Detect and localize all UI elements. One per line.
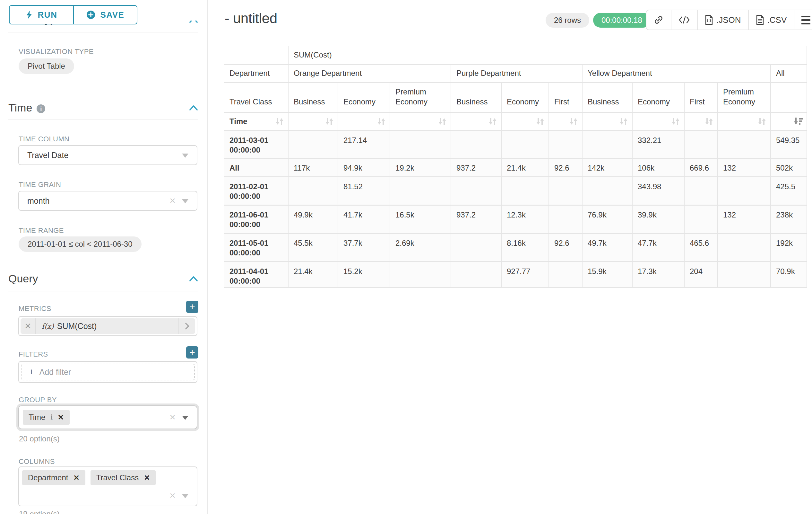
caret-down-icon[interactable] [182, 494, 188, 498]
sort-header-cell[interactable] [338, 112, 390, 130]
sort-icon[interactable] [437, 116, 447, 127]
row-label-cell: 2011-02-01 00:00:00 [224, 177, 288, 205]
sort-icon[interactable] [569, 116, 579, 127]
table-row: 2011-06-01 00:00:00 49.9k 41.7k 16.5k 93… [224, 205, 807, 233]
value-cell: 92.6 [549, 158, 582, 177]
time-range-pill[interactable]: 2011-01-01 ≤ col < 2011-06-30 [19, 237, 142, 252]
value-cell: 37.7k [338, 233, 390, 262]
caret-down-icon[interactable] [182, 416, 188, 420]
add-metric-button[interactable]: + [186, 301, 198, 313]
sort-header-cell[interactable] [632, 112, 684, 130]
metric-pill[interactable]: ✕ f(x) SUM(Cost) [21, 318, 195, 334]
value-cell: 937.2 [451, 205, 501, 233]
value-cell [549, 262, 582, 287]
columns-select[interactable]: Department ✕ Travel Class ✕ × [18, 466, 197, 506]
sort-header-cell[interactable] [288, 112, 338, 130]
value-cell: 92.6 [549, 233, 582, 262]
value-cell [288, 130, 338, 158]
clear-x-icon[interactable]: × [170, 412, 176, 422]
export-toolbar: .JSON .CSV [646, 10, 812, 30]
row-label-cell: All [224, 158, 288, 177]
export-csv-button[interactable]: .CSV [748, 10, 794, 30]
value-cell [451, 177, 501, 205]
caret-down-icon[interactable] [182, 199, 188, 204]
divider [8, 32, 198, 32]
save-button[interactable]: SAVE [73, 6, 137, 24]
value-cell [451, 130, 501, 158]
add-filter-button[interactable]: + Add filter [21, 364, 195, 380]
sort-header-cell-active[interactable] [771, 112, 807, 130]
add-filter-plus-button[interactable]: + [186, 346, 198, 358]
remove-tag-icon[interactable]: ✕ [73, 474, 79, 482]
sort-header-cell[interactable] [549, 112, 582, 130]
time-section-title: Time [8, 102, 32, 114]
sort-icon[interactable] [488, 116, 498, 127]
run-save-button-group: RUN SAVE [9, 5, 137, 24]
columns-pill-department[interactable]: Department ✕ [22, 470, 85, 485]
clear-x-icon[interactable]: × [170, 490, 176, 501]
chevron-up-icon[interactable] [189, 275, 198, 282]
metrics-label: METRICS [19, 304, 51, 313]
value-cell: 502k [771, 158, 807, 177]
more-options-button[interactable] [794, 10, 812, 30]
columns-pill-travel-class[interactable]: Travel Class ✕ [90, 470, 156, 485]
value-cell: 76.9k [582, 205, 632, 233]
metric-name: SUM(Cost) [57, 322, 97, 331]
sort-header-cell[interactable] [684, 112, 718, 130]
remove-tag-icon[interactable]: ✕ [144, 474, 150, 482]
info-icon[interactable]: i [37, 104, 45, 113]
time-column-select[interactable]: Travel Date [18, 145, 197, 165]
sort-header-cell[interactable] [501, 112, 549, 130]
view-query-button[interactable] [671, 10, 697, 30]
row-label-cell: 2011-03-01 00:00:00 [224, 130, 288, 158]
columns-options-hint: 19 option(s) [19, 510, 60, 514]
sort-icon[interactable] [324, 116, 335, 127]
sort-header-cell[interactable]: Time [224, 112, 288, 130]
value-cell: 217.14 [338, 130, 390, 158]
remove-metric-icon[interactable]: ✕ [21, 318, 36, 334]
value-cell: 39.9k [632, 205, 684, 233]
run-button[interactable]: RUN [10, 6, 73, 24]
subheader-cell: First [549, 82, 582, 112]
plus-circle-icon [86, 10, 95, 19]
value-cell: 19.2k [390, 158, 451, 177]
value-cell [501, 130, 549, 158]
sort-desc-icon[interactable] [793, 116, 803, 127]
table-row: 2011-04-01 00:00:00 21.4k 15.2k 927.77 1… [224, 262, 807, 287]
sort-header-cell[interactable] [390, 112, 451, 130]
columns-pill-label: Travel Class [96, 473, 139, 482]
run-button-label: RUN [38, 10, 57, 20]
chevron-right-icon[interactable] [178, 318, 195, 334]
row-dimension-label: Time [230, 117, 248, 126]
sort-header-cell[interactable] [582, 112, 632, 130]
time-section-heading: Timei [8, 102, 45, 114]
time-grain-select[interactable]: month × [18, 191, 197, 211]
clear-x-icon[interactable]: × [170, 195, 176, 206]
sort-icon[interactable] [274, 116, 285, 127]
value-cell: 81.52 [338, 177, 390, 205]
group-by-select[interactable]: Time i ✕ × [18, 405, 197, 429]
sort-icon[interactable] [704, 116, 714, 127]
sort-icon[interactable] [757, 116, 767, 127]
share-link-button[interactable] [646, 10, 671, 30]
visualization-type-pill[interactable]: Pivot Table [19, 58, 74, 74]
sort-header-cell[interactable] [451, 112, 501, 130]
sort-icon[interactable] [376, 116, 386, 127]
remove-tag-icon[interactable]: ✕ [58, 413, 64, 422]
chart-title[interactable]: - untitled [225, 10, 277, 26]
export-json-button[interactable]: .JSON [697, 10, 748, 30]
value-cell: 142k [582, 158, 632, 177]
sort-icon[interactable] [670, 116, 681, 127]
chevron-up-icon[interactable] [189, 104, 198, 111]
sort-icon[interactable] [618, 116, 629, 127]
sort-icon[interactable] [535, 116, 545, 127]
query-timer-badge: 00:00:00.18 [593, 13, 650, 28]
value-cell: 204 [684, 262, 718, 287]
value-cell: 343.98 [632, 177, 684, 205]
info-icon[interactable]: i [50, 413, 52, 422]
group-by-pill-time[interactable]: Time i ✕ [23, 410, 70, 425]
table-row: All 117k 94.9k 19.2k 937.2 21.4k 92.6 14… [224, 158, 807, 177]
caret-down-icon[interactable] [182, 154, 188, 158]
sort-header-cell[interactable] [718, 112, 771, 130]
bolt-icon [26, 10, 33, 19]
